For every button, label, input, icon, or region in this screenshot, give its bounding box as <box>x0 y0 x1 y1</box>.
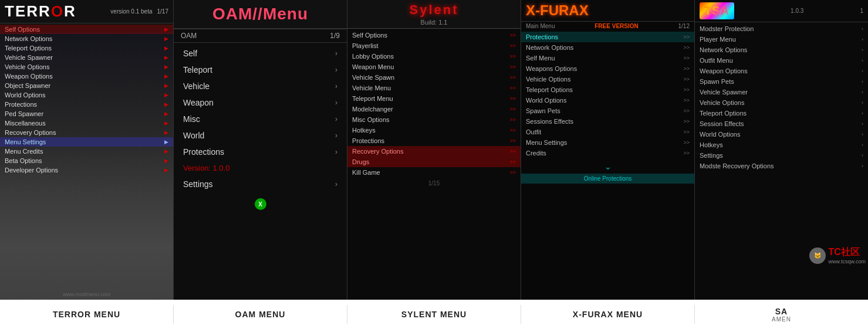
terror-arrow-protect: ▶ <box>164 101 168 107</box>
terror-arrow-self: ▶ <box>164 26 168 32</box>
terror-item-object-spawner[interactable]: Object Spawner ▶ <box>0 81 173 90</box>
sylent-item-protections[interactable]: Protections >> <box>347 135 521 146</box>
sa-item-modste-recovery[interactable]: Modste Recovery Options › <box>695 161 868 171</box>
xfurax-item-sessions-effects[interactable]: Sessions Effects >> <box>521 116 694 127</box>
xfurax-item-world-options[interactable]: World Options >> <box>521 95 694 106</box>
sa-arrow-modster: › <box>862 26 863 32</box>
oam-label-text: OAM MENU <box>235 310 286 319</box>
terror-version-text: version 0.1 beta <box>110 8 152 15</box>
xfurax-item-spawn-pets[interactable]: Spawn Pets >> <box>521 106 694 116</box>
terror-arrow-world: ▶ <box>164 92 168 98</box>
terror-item-developer-options[interactable]: Developer Options ▶ <box>0 165 173 175</box>
xfurax-online-protect[interactable]: Online Protections <box>521 174 694 184</box>
oam-item-settings[interactable]: Settings › <box>174 176 347 192</box>
oam-item-weapon[interactable]: Weapon › <box>174 94 347 111</box>
xfurax-arrow-sessions: >> <box>683 118 690 124</box>
sa-item-teleport-options[interactable]: Teleport Options › <box>695 108 868 118</box>
sylent-arrow-kill: >> <box>509 169 516 175</box>
sa-item-player-menu[interactable]: Player Menu › <box>695 34 868 45</box>
sa-item-vehicle-options[interactable]: Vehicle Options › <box>695 97 868 108</box>
xfurax-item-protections[interactable]: Protections >> <box>521 32 694 42</box>
sylent-header: Sylent Build: 1.1 <box>347 0 521 29</box>
oam-item-protections[interactable]: Protections › <box>174 144 347 160</box>
sa-item-outfit-menu[interactable]: Outfit Menu › <box>695 55 868 66</box>
terror-arrow-menu-settings: ▶ <box>164 139 168 145</box>
sa-header: TSA 1.0.3 1 <box>695 0 868 22</box>
sa-item-world-options[interactable]: World Options › <box>695 129 868 140</box>
sylent-item-playerlist[interactable]: Playerlist >> <box>347 40 521 51</box>
terror-item-world-options[interactable]: World Options ▶ <box>0 90 173 100</box>
oam-item-vehicle[interactable]: Vehicle › <box>174 78 347 94</box>
xfurax-header: X-FURAX <box>521 0 694 22</box>
sa-item-hotkeys[interactable]: Hotkeys › <box>695 140 868 150</box>
xfurax-free-version: FREE VERSION <box>595 23 638 29</box>
xfurax-item-menu-settings[interactable]: Menu Settings >> <box>521 137 694 148</box>
xfurax-item-credits[interactable]: Credits >> <box>521 148 694 158</box>
terror-item-vehicle-spawner[interactable]: Vehicle Spawner ▶ <box>0 53 173 62</box>
terror-item-menu-credits[interactable]: Menu Credits ▶ <box>0 147 173 156</box>
terror-item-teleport-options[interactable]: Teleport Options ▶ <box>0 43 173 53</box>
sylent-arrow-protect: >> <box>509 138 516 144</box>
sylent-item-drugs[interactable]: Drugs >> <box>347 157 521 167</box>
sa-item-vehicle-spawner[interactable]: Vehicle Spawner › <box>695 87 868 97</box>
sylent-item-self-options[interactable]: Self Options >> <box>347 30 521 40</box>
oam-page: 1/9 <box>330 32 340 40</box>
sa-arrow-outfit: › <box>862 57 863 63</box>
terror-item-beta-options[interactable]: Beta Options ▶ <box>0 156 173 165</box>
terror-item-miscellaneous[interactable]: Miscellaneous ▶ <box>0 118 173 128</box>
sylent-item-modelchanger[interactable]: Modelchanger >> <box>347 104 521 114</box>
terror-item-protections[interactable]: Protections ▶ <box>0 100 173 109</box>
xfurax-main-menu-label: Main Menu <box>526 23 555 29</box>
xfurax-item-teleport-options[interactable]: Teleport Options >> <box>521 84 694 95</box>
xfurax-item-weapons-options[interactable]: Weapons Options >> <box>521 63 694 74</box>
sa-item-network-options[interactable]: Network Options › <box>695 45 868 55</box>
oam-item-misc[interactable]: Misc › <box>174 111 347 127</box>
terror-item-weapon-options[interactable]: Weapon Options ▶ <box>0 72 173 81</box>
xfurax-nav: Main Menu FREE VERSION 1/12 <box>521 22 694 30</box>
sylent-item-weapon-menu[interactable]: Weapon Menu >> <box>347 62 521 72</box>
sylent-item-teleport-menu[interactable]: Teleport Menu >> <box>347 93 521 104</box>
sylent-item-hotkeys[interactable]: Hotkeys >> <box>347 125 521 135</box>
sa-panel: TSA 1.0.3 1 Modster Protection › Player … <box>695 0 868 300</box>
terror-version-info: version 0.1 beta 1/17 <box>110 8 168 15</box>
oam-arrow-settings: › <box>335 180 337 188</box>
terror-arrow-veh-spawn: ▶ <box>164 55 168 60</box>
oam-item-self[interactable]: Self › <box>174 45 347 62</box>
sa-item-session-effects[interactable]: Session Effects › <box>695 118 868 129</box>
xfurax-item-outfit[interactable]: Outfit >> <box>521 127 694 137</box>
xfurax-arrow-credits: >> <box>683 150 690 156</box>
terror-item-vehicle-options[interactable]: Vehicle Options ▶ <box>0 62 173 72</box>
terror-arrow-teleport: ▶ <box>164 45 168 51</box>
sa-item-settings[interactable]: Settings › <box>695 150 868 161</box>
terror-page: 1/17 <box>157 8 168 15</box>
oam-arrow-teleport: › <box>335 66 337 74</box>
oam-item-world[interactable]: World › <box>174 127 347 144</box>
sylent-item-vehicle-spawn[interactable]: Vehicle Spawn >> <box>347 72 521 83</box>
terror-logo: TERROR <box>5 2 76 21</box>
sa-item-spawn-pets[interactable]: Spawn Pets › <box>695 76 868 87</box>
terror-item-self-options[interactable]: Self Options ▶ <box>0 25 173 34</box>
sylent-arrow-recovery: >> <box>509 148 516 154</box>
terror-item-menu-settings[interactable]: Menu Settings ▶ <box>0 137 173 147</box>
sa-sub-label: AMEN <box>772 316 791 323</box>
xfurax-item-self-menu[interactable]: Self Menu >> <box>521 53 694 63</box>
sylent-panel: Sylent Build: 1.1 Self Options >> Player… <box>347 0 521 300</box>
sa-item-weapon-options[interactable]: Weapon Options › <box>695 66 868 76</box>
terror-item-ped-spawner[interactable]: Ped Spawner ▶ <box>0 109 173 118</box>
xfurax-item-network-options[interactable]: Network Options >> <box>521 42 694 53</box>
xfurax-item-vehicle-options[interactable]: Vehicle Options >> <box>521 74 694 84</box>
oam-nav-label: OAM <box>181 32 197 40</box>
sylent-item-vehicle-menu[interactable]: Vehicle Menu >> <box>347 83 521 93</box>
oam-item-teleport[interactable]: Teleport › <box>174 62 347 78</box>
oam-title: OAM//Menu <box>181 5 340 23</box>
terror-item-network-options[interactable]: Network Options ▶ <box>0 34 173 43</box>
sylent-item-recovery-options[interactable]: Recovery Options >> <box>347 146 521 157</box>
sylent-item-misc-options[interactable]: Misc Options >> <box>347 114 521 125</box>
oam-arrow-self: › <box>335 49 337 57</box>
sylent-arrow-self: >> <box>509 32 516 38</box>
oam-panel: OAM//Menu OAM 1/9 Self › Teleport › Vehi… <box>174 0 347 300</box>
sa-item-modster-protection[interactable]: Modster Protection › <box>695 23 868 34</box>
terror-item-recovery-options[interactable]: Recovery Options ▶ <box>0 128 173 137</box>
sylent-item-lobby-options[interactable]: Lobby Options >> <box>347 51 521 62</box>
sylent-item-kill-game[interactable]: Kill Game >> <box>347 167 521 178</box>
